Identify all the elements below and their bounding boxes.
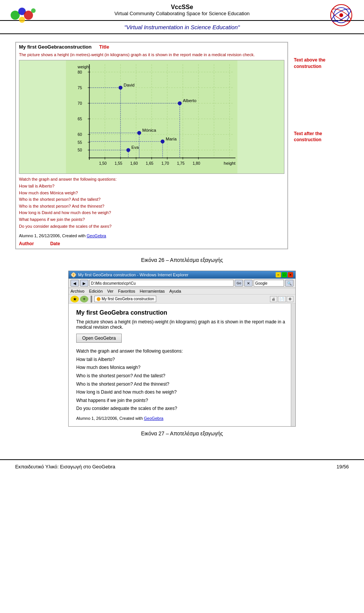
- logo-left: [8, 4, 38, 27]
- construction-main-title: My first GeoGebraconstruction: [19, 44, 91, 50]
- questions-intro: Watch the graph and answer the following…: [19, 176, 284, 183]
- ie-icon: [71, 272, 76, 277]
- page-footer: Εκπαιδευτικό Υλικό: Εισαγωγή στο GeoGebr…: [0, 459, 364, 473]
- menu-ver[interactable]: Ver: [107, 289, 114, 293]
- browser-questions-intro: Watch the graph and answer the following…: [76, 347, 288, 356]
- menu-edicion[interactable]: Edición: [89, 289, 103, 293]
- svg-text:70: 70: [78, 102, 82, 106]
- browser-q2: How much does Monica weigh?: [76, 364, 288, 372]
- question-5: How long is David and how much does he w…: [19, 210, 284, 216]
- svg-text:1,80: 1,80: [193, 162, 200, 166]
- tab-favicon: [97, 297, 100, 301]
- svg-text:height: height: [224, 161, 236, 166]
- back-button[interactable]: ◀: [71, 280, 79, 287]
- svg-point-3: [19, 17, 25, 23]
- browser-window: My first GeoGebra construction - Windows…: [68, 271, 296, 427]
- question-7: Do you consider adequate the scales of t…: [19, 223, 284, 230]
- search-box[interactable]: Google: [254, 280, 284, 287]
- browser-q4: Who is the shortest person? And the thin…: [76, 380, 288, 389]
- scrollbar[interactable]: [291, 304, 295, 426]
- add-icon[interactable]: +: [80, 296, 88, 303]
- svg-text:50: 50: [78, 148, 82, 153]
- svg-text:weight: weight: [77, 65, 91, 69]
- svg-text:1,65: 1,65: [146, 162, 154, 166]
- search-button[interactable]: 🔍: [285, 280, 293, 287]
- menu-herramientas[interactable]: Herramientas: [140, 289, 165, 293]
- browser-title: My first GeoGebra construction - Windows…: [78, 273, 188, 277]
- tools-button[interactable]: ⚙: [287, 296, 293, 302]
- svg-text:David: David: [124, 83, 135, 87]
- svg-text:Mónica: Mónica: [142, 128, 156, 132]
- logo-right: [326, 4, 356, 27]
- page-header: VccSSe Virtual Community Collaborating S…: [0, 0, 364, 21]
- browser-page-title: My first GeoGebra construction: [76, 309, 288, 316]
- browser-q1: How tall is Alberto?: [76, 356, 288, 364]
- browser-page-desc: The picture shows a height (in metres)-w…: [76, 319, 288, 330]
- question-4: Who is the shortest person? And the thin…: [19, 203, 284, 210]
- geogebra-construction: My first GeoGebraconstruction Title The …: [16, 42, 288, 249]
- svg-text:Alberto: Alberto: [183, 98, 196, 103]
- browser-geogebra-link[interactable]: GeoGebra: [144, 416, 163, 421]
- annotation-after: Text after the construction: [294, 131, 349, 143]
- construction-title-label: Title: [99, 44, 109, 50]
- menu-ayuda[interactable]: Ayuda: [169, 289, 181, 293]
- maximize-button[interactable]: □: [282, 272, 287, 277]
- author-label: Author: [19, 241, 34, 246]
- construction-description: The picture shows a height (in metres)-w…: [16, 51, 287, 60]
- browser-content-wrapper: My first GeoGebra construction The pictu…: [69, 304, 295, 426]
- address-input[interactable]: [89, 280, 234, 287]
- annotation-above: Text above the construction: [294, 57, 349, 70]
- questions-section: Watch the graph and answer the following…: [16, 174, 287, 232]
- browser-questions-block: Watch the graph and answer the following…: [76, 347, 288, 413]
- svg-text:65: 65: [78, 117, 82, 121]
- tab-title: My first GeoGebra construction: [102, 297, 154, 301]
- svg-text:1,70: 1,70: [162, 162, 169, 166]
- toolbar-buttons: 🖨 📄 ⚙: [270, 296, 293, 302]
- close-button[interactable]: ×: [288, 272, 293, 277]
- graph-svg: weight 80 75 70 65: [19, 60, 284, 173]
- refresh-button[interactable]: ✕: [244, 280, 253, 287]
- footer-right: 19/56: [336, 464, 349, 470]
- svg-point-4: [31, 8, 36, 13]
- svg-text:80: 80: [78, 70, 82, 74]
- browser-q7: Do you consider adequate the scales of t…: [76, 405, 288, 413]
- svg-text:1,60: 1,60: [130, 162, 138, 166]
- go-button[interactable]: Go: [235, 280, 243, 287]
- print-button[interactable]: 🖨: [270, 296, 277, 302]
- svg-point-79: [71, 273, 76, 277]
- window-controls[interactable]: − □ ×: [276, 272, 293, 277]
- browser-footer: Alumno 1, 26/12/2006, Created with GeoGe…: [76, 416, 288, 421]
- browser-page-content: My first GeoGebra construction The pictu…: [69, 304, 295, 426]
- address-bar: Go ✕: [89, 280, 253, 287]
- page-button[interactable]: 📄: [278, 296, 286, 302]
- minimize-button[interactable]: −: [276, 272, 281, 277]
- svg-text:María: María: [166, 137, 177, 141]
- google-label: Google: [255, 281, 267, 285]
- svg-text:75: 75: [78, 86, 82, 90]
- geogebra-link-1[interactable]: GeoGebra: [87, 233, 106, 238]
- svg-text:Eva: Eva: [132, 145, 139, 150]
- browser-icons-bar: ★ + My first GeoGebra construction 🖨 📄 ⚙: [69, 295, 295, 304]
- favorites-icon[interactable]: ★: [71, 296, 79, 303]
- separator: [91, 296, 92, 303]
- svg-text:1,75: 1,75: [177, 162, 185, 166]
- browser-screenshot-wrapper: My first GeoGebra construction - Windows…: [15, 271, 349, 427]
- browser-q5: How long is David and how much does he w…: [76, 388, 288, 397]
- construction-panel: My first GeoGebraconstruction Title The …: [15, 42, 288, 249]
- browser-tab-button[interactable]: My first GeoGebra construction: [94, 296, 156, 302]
- browser-title-text: My first GeoGebra construction - Windows…: [71, 272, 188, 277]
- menu-favoritos[interactable]: Favoritos: [118, 289, 135, 293]
- open-geogebra-button[interactable]: Open GeoGebra: [76, 334, 122, 343]
- forward-button[interactable]: ▶: [80, 280, 88, 287]
- main-content: My first GeoGebraconstruction Title The …: [0, 34, 364, 452]
- page-tagline: "Virtual Instrumentation in Science Educ…: [0, 21, 364, 34]
- figure-right-annotations: Text above the construction Text after t…: [288, 42, 349, 249]
- browser-q6: What happens if we join the points?: [76, 397, 288, 405]
- browser-menubar: Archivo Edición Ver Favoritos Herramient…: [69, 288, 295, 295]
- construction-footer: Alumno 1, 26/12/2006, Created with GeoGe…: [16, 232, 287, 240]
- menu-archivo[interactable]: Archivo: [71, 289, 85, 293]
- question-3: Who is the shortest person? And the tall…: [19, 196, 284, 203]
- browser-titlebar: My first GeoGebra construction - Windows…: [69, 271, 295, 279]
- date-label: Date: [50, 241, 60, 246]
- svg-text:55: 55: [78, 140, 82, 145]
